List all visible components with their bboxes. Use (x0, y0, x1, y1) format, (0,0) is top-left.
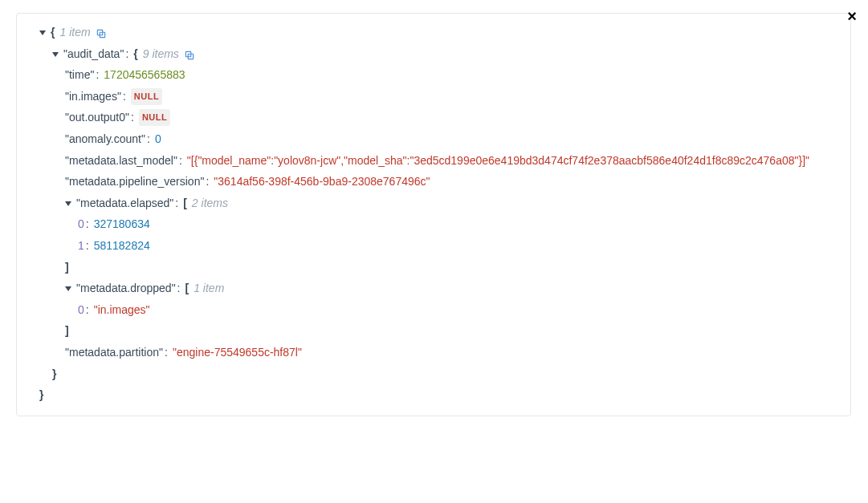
key-out-output0: out.output0 (65, 107, 129, 128)
key-metadata-dropped: metadata.dropped (76, 278, 176, 299)
elapsed-open-bracket: [ (183, 193, 187, 214)
key-metadata-last-model: metadata.last_model (65, 150, 177, 172)
entry-anomaly-count: anomaly.count : 0 (26, 128, 841, 150)
dropped-close-row: ] (26, 320, 841, 342)
root-close-row: } (26, 384, 841, 406)
caret-down-icon[interactable] (52, 52, 59, 57)
elapsed-index-1: 1 (78, 235, 84, 257)
audit-data-open-row: audit_data : { 9 items (26, 43, 841, 65)
audit-data-close-brace: } (52, 363, 56, 385)
colon: : (179, 150, 182, 172)
colon: : (86, 299, 89, 321)
audit-data-close-row: } (26, 363, 841, 385)
dropped-value-0: in.images (94, 299, 150, 321)
entry-out-output0: out.output0 : NULL (26, 107, 841, 128)
elapsed-items-count: 2 items (192, 193, 228, 214)
elapsed-index-0: 0 (78, 213, 84, 235)
entry-metadata-last-model: metadata.last_model : [{"model_name":"yo… (26, 150, 841, 172)
key-in-images: in.images (65, 86, 121, 107)
value-time: 1720456565883 (104, 64, 185, 86)
elapsed-value-0: 327180634 (94, 213, 150, 235)
caret-down-icon[interactable] (65, 286, 71, 291)
root-close-brace: } (39, 384, 43, 406)
copy-icon[interactable] (96, 28, 107, 39)
colon: : (165, 342, 168, 363)
key-metadata-pipeline-version: metadata.pipeline_version (65, 171, 204, 193)
colon: : (147, 128, 150, 150)
key-audit-data: audit_data (63, 43, 124, 65)
colon: : (131, 107, 134, 128)
caret-down-icon[interactable] (65, 201, 71, 206)
entry-in-images: in.images : NULL (26, 86, 841, 107)
value-anomaly-count: 0 (155, 128, 161, 150)
value-out-output0-null: NULL (139, 109, 170, 126)
entry-metadata-pipeline-version: metadata.pipeline_version : 3614af56-398… (26, 171, 841, 193)
entry-time: time : 1720456565883 (26, 64, 841, 86)
key-time: time (65, 64, 94, 86)
close-button[interactable]: × (847, 8, 857, 24)
elapsed-value-1: 581182824 (94, 235, 150, 257)
colon: : (125, 43, 128, 65)
audit-data-items-count: 9 items (143, 43, 179, 65)
json-viewer-panel: { 1 item audit_data : { 9 items time : 1… (16, 13, 851, 416)
key-metadata-partition: metadata.partition (65, 342, 163, 363)
value-metadata-last-model: [{"model_name":"yolov8n-jcw","model_sha"… (187, 150, 809, 172)
root-items-count: 1 item (59, 22, 90, 43)
dropped-index-0: 0 (78, 299, 84, 321)
elapsed-item-0: 0 : 327180634 (26, 213, 841, 235)
dropped-close-bracket: ] (65, 320, 69, 342)
entry-metadata-elapsed-open: metadata.elapsed : [ 2 items (26, 193, 841, 214)
value-metadata-partition: engine-75549655c-hf87l (173, 342, 302, 363)
colon: : (177, 278, 181, 299)
entry-metadata-partition: metadata.partition : engine-75549655c-hf… (26, 342, 841, 363)
key-anomaly-count: anomaly.count (65, 128, 145, 150)
audit-data-open-brace: { (133, 43, 137, 65)
elapsed-item-1: 1 : 581182824 (26, 235, 841, 257)
key-metadata-elapsed: metadata.elapsed (76, 193, 173, 214)
value-metadata-pipeline-version: 3614af56-398f-456b-9ba9-2308e767496c (214, 171, 430, 193)
caret-down-icon[interactable] (39, 30, 46, 35)
elapsed-close-row: ] (26, 257, 841, 278)
value-in-images-null: NULL (131, 88, 162, 105)
colon: : (175, 193, 178, 214)
root-open-brace: { (51, 22, 55, 43)
dropped-open-bracket: [ (185, 278, 189, 299)
colon: : (86, 213, 89, 235)
entry-metadata-dropped-open: metadata.dropped : [ 1 item (26, 278, 841, 299)
colon: : (86, 235, 89, 257)
root-open-row: { 1 item (26, 22, 841, 43)
colon: : (123, 86, 126, 107)
colon: : (206, 171, 209, 193)
elapsed-close-bracket: ] (65, 257, 69, 278)
colon: : (96, 64, 99, 86)
dropped-item-0: 0 : in.images (26, 299, 841, 321)
copy-icon[interactable] (184, 50, 195, 61)
dropped-items-count: 1 item (194, 278, 224, 299)
